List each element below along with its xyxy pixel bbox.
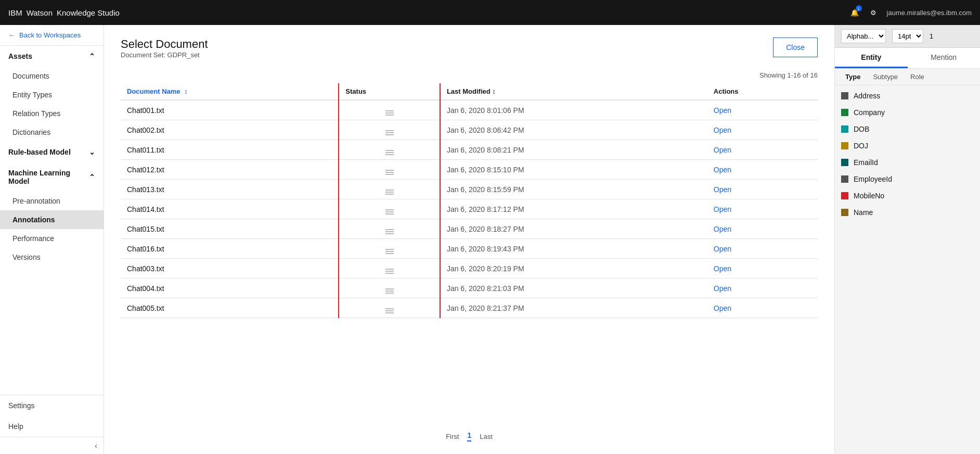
rule-based-chevron-icon: ⌄ [89, 148, 95, 156]
table-row: Chat004.txt Jan 6, 2020 8:21:03 PM Open [121, 279, 818, 298]
assets-chevron-icon: ⌃ [89, 52, 95, 60]
sidebar-item-settings[interactable]: Settings [0, 395, 104, 416]
entity-item-name[interactable]: Name [835, 204, 980, 221]
topbar: IBM Watson Knowledge Studio 🔔 1 ⚙ jaume.… [0, 0, 980, 25]
open-action[interactable]: Open [707, 239, 818, 259]
status-icon [385, 249, 394, 254]
entity-item-employeeid[interactable]: EmployeeId [835, 171, 980, 187]
entity-color-swatch [841, 192, 848, 199]
open-action[interactable]: Open [707, 140, 818, 160]
tab-entity[interactable]: Entity [835, 48, 908, 68]
back-arrow-icon: ← [8, 31, 15, 39]
settings-icon[interactable]: ⚙ [868, 7, 879, 18]
doc-name-cell: Chat013.txt [121, 180, 339, 199]
status-cell [339, 180, 440, 199]
showing-count: Showing 1-16 of 16 [121, 71, 818, 79]
page-title: Select Document [121, 37, 208, 51]
help-label: Help [8, 422, 23, 431]
sidebar-collapse-button[interactable]: ‹ [0, 437, 104, 454]
table-row: Chat013.txt Jan 6, 2020 8:15:59 PM Open [121, 180, 818, 199]
sidebar-item-pre-annotation[interactable]: Pre-annotation [0, 192, 104, 210]
sidebar-item-versions[interactable]: Versions [0, 248, 104, 267]
table-header-row: Document Name ↕ Status Last Modified ↕ A… [121, 83, 818, 100]
sidebar-item-entity-types[interactable]: Entity Types [0, 85, 104, 104]
status-cell [339, 140, 440, 160]
column-header-doc-name[interactable]: Document Name ↕ [121, 83, 339, 100]
entity-label: EmployeeId [854, 175, 892, 183]
entity-color-swatch [841, 92, 848, 99]
last-modified-cell: Jan 6, 2020 8:08:21 PM [440, 140, 707, 160]
sidebar-item-entity-types-label: Entity Types [12, 91, 52, 99]
pagination: First 1 Last [121, 431, 818, 442]
status-cell [339, 160, 440, 180]
status-icon [385, 209, 394, 215]
doc-name-cell: Chat011.txt [121, 140, 339, 160]
sidebar-item-annotations[interactable]: Annotations [0, 210, 104, 229]
document-table-wrapper[interactable]: Document Name ↕ Status Last Modified ↕ A… [121, 83, 818, 425]
sort-icon[interactable]: ↕ [184, 87, 188, 95]
entity-item-emailid[interactable]: EmailId [835, 154, 980, 171]
tab-mention[interactable]: Mention [908, 48, 981, 68]
notification-icon[interactable]: 🔔 1 [849, 7, 860, 18]
main-layout: ← Back to Workspaces Assets ⌃ Documents … [0, 25, 980, 454]
status-icon [385, 229, 394, 234]
entity-item-company[interactable]: Company [835, 104, 980, 121]
last-modified-label: Last Modified [447, 87, 491, 95]
right-panel-toolbar: Alphab... 14pt 1 [835, 25, 980, 48]
open-action[interactable]: Open [707, 298, 818, 318]
back-label: Back to Workspaces [19, 31, 81, 39]
back-to-workspaces[interactable]: ← Back to Workspaces [0, 25, 104, 46]
sidebar-item-pre-annotation-label: Pre-annotation [12, 197, 60, 205]
close-button[interactable]: Close [773, 37, 818, 57]
entity-item-mobileno[interactable]: MobileNo [835, 187, 980, 204]
user-label: jaume.miralles@es.ibm.com [887, 9, 972, 17]
assets-section[interactable]: Assets ⌃ [0, 46, 104, 67]
last-modified-sort-icon[interactable]: ↕ [492, 87, 496, 95]
font-select[interactable]: Alphab... [841, 29, 886, 43]
open-action[interactable]: Open [707, 259, 818, 279]
table-row: Chat001.txt Jan 6, 2020 8:01:06 PM Open [121, 100, 818, 120]
entity-item-address[interactable]: Address [835, 87, 980, 104]
last-modified-cell: Jan 6, 2020 8:15:10 PM [440, 160, 707, 180]
entity-item-doj[interactable]: DOJ [835, 137, 980, 154]
last-modified-cell: Jan 6, 2020 8:15:59 PM [440, 180, 707, 199]
sidebar-item-relation-types[interactable]: Relation Types [0, 104, 104, 123]
size-select[interactable]: 14pt [892, 29, 923, 43]
content-header-left: Select Document Document Set: GDPR_set [121, 37, 208, 67]
sidebar-item-performance[interactable]: Performance [0, 229, 104, 248]
sub-tab-type[interactable]: Type [839, 69, 867, 85]
entity-color-swatch [841, 142, 848, 149]
last-modified-cell: Jan 6, 2020 8:20:19 PM [440, 259, 707, 279]
sub-tab-subtype[interactable]: Subtype [867, 69, 904, 85]
rule-based-label: Rule-based Model [8, 148, 71, 156]
sidebar-item-help[interactable]: Help [0, 416, 104, 437]
open-action[interactable]: Open [707, 219, 818, 239]
open-action[interactable]: Open [707, 160, 818, 180]
open-action[interactable]: Open [707, 120, 818, 140]
sidebar-item-documents[interactable]: Documents [0, 67, 104, 85]
open-action[interactable]: Open [707, 180, 818, 199]
rule-based-section[interactable]: Rule-based Model ⌄ [0, 142, 104, 162]
last-modified-cell: Jan 6, 2020 8:17:12 PM [440, 199, 707, 219]
ml-model-section[interactable]: Machine Learning Model ⌃ [0, 162, 104, 192]
entity-item-dob[interactable]: DOB [835, 121, 980, 137]
pagination-last[interactable]: Last [480, 433, 493, 440]
open-action[interactable]: Open [707, 279, 818, 298]
sidebar-item-dictionaries[interactable]: Dictionaries [0, 123, 104, 142]
entity-label: Name [854, 208, 873, 217]
entity-color-swatch [841, 109, 848, 116]
status-icon [385, 190, 394, 195]
status-cell [339, 298, 440, 318]
open-action[interactable]: Open [707, 100, 818, 120]
doc-name-cell: Chat004.txt [121, 279, 339, 298]
status-cell [339, 279, 440, 298]
entity-color-swatch [841, 209, 848, 216]
open-action[interactable]: Open [707, 199, 818, 219]
pagination-page[interactable]: 1 [467, 431, 471, 442]
entity-list: Address Company DOB DOJ EmailId Employee… [835, 85, 980, 454]
pagination-first[interactable]: First [446, 433, 459, 440]
table-row: Chat005.txt Jan 6, 2020 8:21:37 PM Open [121, 298, 818, 318]
last-modified-cell: Jan 6, 2020 8:06:42 PM [440, 120, 707, 140]
right-panel: Alphab... 14pt 1 Entity Mention Type Sub… [834, 25, 980, 454]
sub-tab-role[interactable]: Role [904, 69, 931, 85]
